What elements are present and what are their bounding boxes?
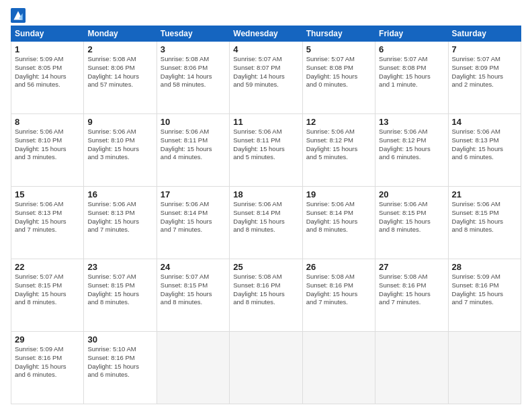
calendar-cell: 6Sunrise: 5:07 AM Sunset: 8:08 PM Daylig…	[375, 42, 448, 114]
calendar-cell: 21Sunrise: 5:06 AM Sunset: 8:15 PM Dayli…	[448, 187, 521, 259]
day-info: Sunrise: 5:06 AM Sunset: 8:15 PM Dayligh…	[379, 200, 444, 234]
day-number: 23	[87, 262, 152, 272]
calendar-cell: 24Sunrise: 5:07 AM Sunset: 8:15 PM Dayli…	[157, 259, 229, 332]
calendar-cell	[157, 332, 229, 404]
calendar-cell: 28Sunrise: 5:09 AM Sunset: 8:16 PM Dayli…	[448, 259, 521, 332]
day-number: 10	[161, 117, 226, 127]
day-info: Sunrise: 5:06 AM Sunset: 8:10 PM Dayligh…	[87, 128, 152, 162]
calendar-cell: 7Sunrise: 5:07 AM Sunset: 8:09 PM Daylig…	[448, 42, 521, 114]
calendar-cell: 26Sunrise: 5:08 AM Sunset: 8:16 PM Dayli…	[302, 259, 375, 332]
day-number: 18	[233, 189, 298, 199]
day-number: 3	[161, 44, 226, 54]
day-info: Sunrise: 5:08 AM Sunset: 8:06 PM Dayligh…	[87, 55, 152, 89]
day-number: 9	[87, 117, 152, 127]
day-info: Sunrise: 5:09 AM Sunset: 8:16 PM Dayligh…	[15, 345, 80, 379]
day-info: Sunrise: 5:07 AM Sunset: 8:15 PM Dayligh…	[161, 273, 226, 307]
day-number: 20	[379, 189, 444, 199]
day-number: 29	[15, 334, 80, 345]
day-number: 11	[233, 117, 298, 127]
logo	[11, 8, 28, 23]
calendar-cell: 19Sunrise: 5:06 AM Sunset: 8:14 PM Dayli…	[302, 187, 375, 259]
day-number: 14	[452, 117, 517, 127]
weekday-sunday: Sunday	[11, 26, 84, 42]
calendar-cell: 13Sunrise: 5:06 AM Sunset: 8:12 PM Dayli…	[375, 114, 448, 187]
calendar-cell: 29Sunrise: 5:09 AM Sunset: 8:16 PM Dayli…	[11, 332, 84, 404]
day-number: 28	[452, 262, 517, 272]
calendar-cell: 12Sunrise: 5:06 AM Sunset: 8:12 PM Dayli…	[302, 114, 375, 187]
day-number: 15	[15, 189, 80, 199]
day-info: Sunrise: 5:08 AM Sunset: 8:16 PM Dayligh…	[233, 273, 298, 307]
day-number: 12	[306, 117, 371, 127]
day-info: Sunrise: 5:09 AM Sunset: 8:16 PM Dayligh…	[452, 273, 517, 307]
day-info: Sunrise: 5:07 AM Sunset: 8:09 PM Dayligh…	[452, 55, 517, 89]
day-number: 8	[15, 117, 80, 127]
calendar-cell: 30Sunrise: 5:10 AM Sunset: 8:16 PM Dayli…	[84, 332, 157, 404]
calendar-cell: 17Sunrise: 5:06 AM Sunset: 8:14 PM Dayli…	[157, 187, 229, 259]
calendar-cell: 27Sunrise: 5:08 AM Sunset: 8:16 PM Dayli…	[375, 259, 448, 332]
day-number: 6	[379, 44, 444, 54]
weekday-row: SundayMondayTuesdayWednesdayThursdayFrid…	[11, 26, 521, 42]
calendar-cell: 22Sunrise: 5:07 AM Sunset: 8:15 PM Dayli…	[11, 259, 84, 332]
calendar-cell: 1Sunrise: 5:09 AM Sunset: 8:05 PM Daylig…	[11, 42, 84, 114]
calendar-week-3: 15Sunrise: 5:06 AM Sunset: 8:13 PM Dayli…	[11, 187, 521, 259]
calendar-cell: 11Sunrise: 5:06 AM Sunset: 8:11 PM Dayli…	[230, 114, 302, 187]
calendar-cell: 8Sunrise: 5:06 AM Sunset: 8:10 PM Daylig…	[11, 114, 84, 187]
logo-icon	[11, 8, 26, 23]
day-info: Sunrise: 5:06 AM Sunset: 8:11 PM Dayligh…	[233, 128, 298, 162]
weekday-wednesday: Wednesday	[230, 26, 302, 42]
day-info: Sunrise: 5:07 AM Sunset: 8:08 PM Dayligh…	[379, 55, 444, 89]
day-info: Sunrise: 5:06 AM Sunset: 8:13 PM Dayligh…	[452, 128, 517, 162]
day-info: Sunrise: 5:06 AM Sunset: 8:13 PM Dayligh…	[87, 200, 152, 234]
day-info: Sunrise: 5:07 AM Sunset: 8:15 PM Dayligh…	[15, 273, 80, 307]
weekday-thursday: Thursday	[302, 26, 375, 42]
day-info: Sunrise: 5:06 AM Sunset: 8:15 PM Dayligh…	[452, 200, 517, 234]
day-info: Sunrise: 5:07 AM Sunset: 8:07 PM Dayligh…	[233, 55, 298, 89]
day-info: Sunrise: 5:10 AM Sunset: 8:16 PM Dayligh…	[87, 345, 152, 379]
calendar-cell: 18Sunrise: 5:06 AM Sunset: 8:14 PM Dayli…	[230, 187, 302, 259]
day-number: 13	[379, 117, 444, 127]
day-number: 7	[452, 44, 517, 54]
day-info: Sunrise: 5:06 AM Sunset: 8:14 PM Dayligh…	[306, 200, 371, 234]
day-number: 21	[452, 189, 517, 199]
day-info: Sunrise: 5:07 AM Sunset: 8:08 PM Dayligh…	[306, 55, 371, 89]
day-info: Sunrise: 5:06 AM Sunset: 8:12 PM Dayligh…	[306, 128, 371, 162]
calendar-header: SundayMondayTuesdayWednesdayThursdayFrid…	[11, 26, 521, 42]
day-info: Sunrise: 5:08 AM Sunset: 8:16 PM Dayligh…	[306, 273, 371, 307]
calendar-cell: 2Sunrise: 5:08 AM Sunset: 8:06 PM Daylig…	[84, 42, 157, 114]
day-number: 4	[233, 44, 298, 54]
day-number: 19	[306, 189, 371, 199]
day-info: Sunrise: 5:06 AM Sunset: 8:12 PM Dayligh…	[379, 128, 444, 162]
calendar-table: SundayMondayTuesdayWednesdayThursdayFrid…	[11, 26, 521, 404]
calendar-cell	[230, 332, 302, 404]
day-number: 1	[15, 44, 80, 54]
calendar-week-5: 29Sunrise: 5:09 AM Sunset: 8:16 PM Dayli…	[11, 332, 521, 404]
day-number: 22	[15, 262, 80, 272]
calendar-week-1: 1Sunrise: 5:09 AM Sunset: 8:05 PM Daylig…	[11, 42, 521, 114]
calendar-cell: 25Sunrise: 5:08 AM Sunset: 8:16 PM Dayli…	[230, 259, 302, 332]
day-info: Sunrise: 5:06 AM Sunset: 8:14 PM Dayligh…	[233, 200, 298, 234]
day-number: 24	[161, 262, 226, 272]
day-number: 5	[306, 44, 371, 54]
calendar-cell	[375, 332, 448, 404]
page: SundayMondayTuesdayWednesdayThursdayFrid…	[0, 0, 532, 411]
day-number: 27	[379, 262, 444, 272]
calendar-cell: 20Sunrise: 5:06 AM Sunset: 8:15 PM Dayli…	[375, 187, 448, 259]
weekday-tuesday: Tuesday	[157, 26, 229, 42]
day-info: Sunrise: 5:06 AM Sunset: 8:11 PM Dayligh…	[161, 128, 226, 162]
day-number: 2	[87, 44, 152, 54]
day-info: Sunrise: 5:09 AM Sunset: 8:05 PM Dayligh…	[15, 55, 80, 89]
day-number: 16	[87, 189, 152, 199]
day-info: Sunrise: 5:06 AM Sunset: 8:10 PM Dayligh…	[15, 128, 80, 162]
calendar-cell: 9Sunrise: 5:06 AM Sunset: 8:10 PM Daylig…	[84, 114, 157, 187]
calendar-week-2: 8Sunrise: 5:06 AM Sunset: 8:10 PM Daylig…	[11, 114, 521, 187]
weekday-friday: Friday	[375, 26, 448, 42]
day-number: 25	[233, 262, 298, 272]
calendar-cell: 16Sunrise: 5:06 AM Sunset: 8:13 PM Dayli…	[84, 187, 157, 259]
calendar-cell: 10Sunrise: 5:06 AM Sunset: 8:11 PM Dayli…	[157, 114, 229, 187]
day-number: 17	[161, 189, 226, 199]
calendar-cell: 23Sunrise: 5:07 AM Sunset: 8:15 PM Dayli…	[84, 259, 157, 332]
calendar-cell: 3Sunrise: 5:08 AM Sunset: 8:06 PM Daylig…	[157, 42, 229, 114]
weekday-monday: Monday	[84, 26, 157, 42]
day-info: Sunrise: 5:07 AM Sunset: 8:15 PM Dayligh…	[87, 273, 152, 307]
weekday-saturday: Saturday	[448, 26, 521, 42]
